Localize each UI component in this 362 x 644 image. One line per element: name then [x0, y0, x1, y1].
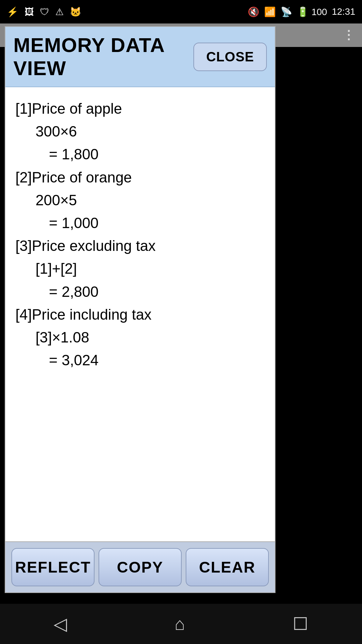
clock: 12:31 — [332, 6, 355, 17]
entry-4: [4]Price including tax [3]×1.08 = 3,024 — [15, 303, 265, 372]
status-bar-right: 🔇 📶 📡 🔋 100 12:31 — [248, 6, 355, 17]
reflect-button[interactable]: REFLECT — [11, 548, 95, 586]
entry-2-label: [2]Price of orange — [15, 166, 265, 189]
status-bar-left: ⚡ 🖼 🛡 ⚠ 🐱 — [7, 6, 81, 17]
nav-bar: ◁ ⌂ ☐ — [0, 604, 362, 644]
mute-icon: 🔇 — [248, 6, 259, 17]
entry-4-expression: [3]×1.08 — [15, 326, 265, 349]
signal-icon: 📡 — [281, 6, 292, 17]
entry-3-result: = 2,800 — [15, 280, 265, 303]
usb-icon: ⚡ — [7, 6, 18, 17]
entry-4-label: [4]Price including tax — [15, 303, 265, 326]
entry-1-label: [1]Price of apple — [15, 97, 265, 120]
entry-2-result: = 1,000 — [15, 212, 265, 234]
cat-icon: 🐱 — [70, 6, 81, 17]
entry-1-result: = 1,800 — [15, 143, 265, 166]
wifi-icon: 📶 — [264, 6, 276, 17]
entry-1-expression: 300×6 — [15, 120, 265, 143]
memory-list-dots[interactable]: ⋮ — [343, 28, 355, 42]
modal-content: [1]Price of apple 300×6 = 1,800 [2]Price… — [5, 87, 275, 541]
entry-2: [2]Price of orange 200×5 = 1,000 — [15, 166, 265, 235]
modal-title: MEMORY DATA VIEW — [13, 34, 193, 80]
copy-button[interactable]: COPY — [99, 548, 182, 586]
entry-4-result: = 3,024 — [15, 349, 265, 372]
entry-1: [1]Price of apple 300×6 = 1,800 — [15, 97, 265, 166]
status-bar: ⚡ 🖼 🛡 ⚠ 🐱 🔇 📶 📡 🔋 100 12:31 — [0, 0, 362, 23]
battery-icon: 🔋 100 — [297, 6, 327, 17]
home-button[interactable]: ⌂ — [175, 614, 185, 634]
recent-button[interactable]: ☐ — [293, 614, 308, 634]
entry-3-label: [3]Price excluding tax — [15, 234, 265, 257]
close-button[interactable]: CLOSE — [193, 43, 267, 71]
clear-button[interactable]: CLEAR — [186, 548, 269, 586]
entry-3-expression: [1]+[2] — [15, 257, 265, 280]
modal: MEMORY DATA VIEW CLOSE [1]Price of apple… — [5, 26, 276, 593]
shield-icon: 🛡 — [40, 6, 49, 17]
entry-2-expression: 200×5 — [15, 189, 265, 212]
modal-footer: REFLECT COPY CLEAR — [5, 541, 275, 592]
entry-3: [3]Price excluding tax [1]+[2] = 2,800 — [15, 234, 265, 303]
modal-header: MEMORY DATA VIEW CLOSE — [5, 27, 275, 87]
image-icon: 🖼 — [24, 6, 34, 17]
warning-icon: ⚠ — [55, 6, 64, 17]
back-button[interactable]: ◁ — [54, 614, 67, 634]
